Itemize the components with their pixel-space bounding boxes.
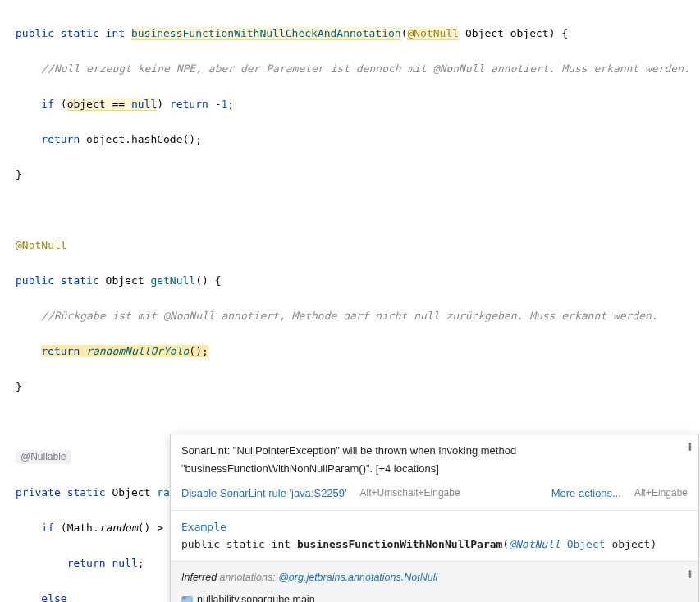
disable-rule-link[interactable]: Disable SonarLint rule 'java:S2259' [181,485,347,503]
kebab-icon[interactable]: ••• [688,568,692,576]
example-link[interactable]: Example [181,521,226,533]
code-line[interactable]: } [0,378,700,396]
shortcut-hint: Alt+Eingabe [634,485,688,503]
code-line[interactable]: @NotNull [0,237,700,255]
code-line[interactable]: //Null erzeugt keine NPE, aber der Param… [0,60,700,78]
code-line[interactable]: } [0,166,700,184]
inspection-message: SonarLint: "NullPointerException" will b… [181,444,516,475]
code-line[interactable]: public static int businessFunctionWithNu… [0,25,700,43]
inferred-annotation-link[interactable]: @org.jetbrains.annotations.NotNull [278,572,437,583]
example-signature: public static int businessFunctionWithNo… [181,535,688,554]
svg-rect-1 [182,596,186,599]
annotation-link[interactable]: @NotNull [509,538,560,550]
code-line[interactable] [0,201,700,219]
inferred-section: Inferred annotations: @org.jetbrains.ann… [171,561,698,603]
type-link[interactable]: Object [567,538,606,550]
code-line[interactable] [0,413,700,431]
code-line[interactable]: //Rückgabe ist mit @NonNull annotiert, M… [0,307,700,325]
inspection-message-section: SonarLint: "NullPointerException" will b… [171,434,698,510]
inspection-popup: SonarLint: "NullPointerException" will b… [170,434,699,602]
shortcut-hint: Alt+Umschalt+Eingabe [360,485,460,503]
package-icon [181,595,193,602]
inlay-hint[interactable]: @Nullable [16,450,71,464]
code-line[interactable]: return randomNullOrYolo(); [0,342,700,361]
code-line[interactable]: if (object == null) return -1; [0,95,700,113]
more-actions-link[interactable]: More actions... [551,485,621,503]
code-line[interactable]: public static Object getNull() { [0,272,700,290]
code-line[interactable]: return object.hashCode(); [0,131,700,149]
kebab-icon[interactable]: ••• [688,441,692,448]
example-section: Example public static int businessFuncti… [171,510,698,561]
breadcrumb[interactable]: nullability.sonarqube.main [181,591,688,602]
